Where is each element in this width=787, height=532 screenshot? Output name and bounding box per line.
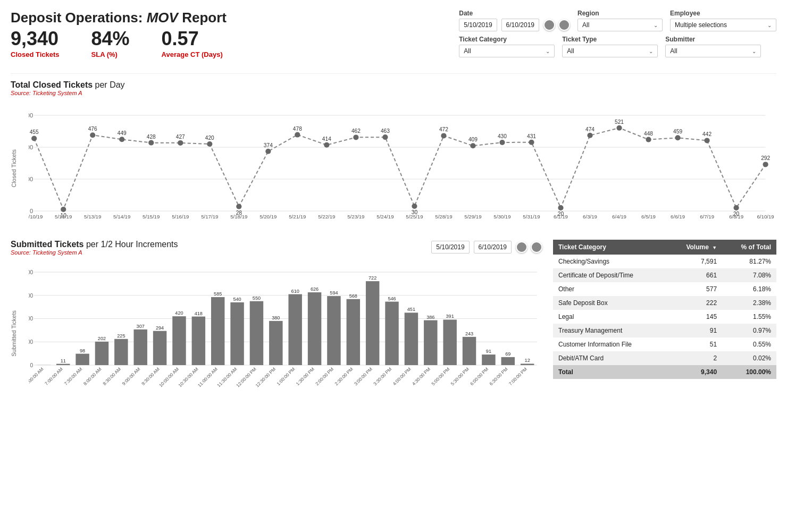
svg-rect-161 [463,337,476,365]
cell-total-pct: 100.00% [722,365,776,379]
svg-text:6/6/19: 6/6/19 [671,214,685,219]
svg-text:3:30:00 PM: 3:30:00 PM [372,366,392,386]
col-header-pct[interactable]: % of Total [722,240,776,255]
svg-rect-149 [385,302,398,365]
line-chart-section: Total Closed Tickets per Day Source: Tic… [11,80,776,238]
svg-point-38 [324,142,329,148]
submitter-dropdown[interactable]: All ⌄ [665,45,761,57]
svg-point-14 [90,132,95,138]
svg-text:9:00:00 AM: 9:00:00 AM [121,366,141,386]
svg-text:5/31/19: 5/31/19 [523,214,540,219]
svg-text:420: 420 [175,310,183,316]
kpi-avg-ct: 0.57 Average CT (Days) [162,29,223,58]
svg-text:600: 600 [29,112,33,119]
region-filter-label: Region [577,10,663,17]
bar-date-to[interactable]: 6/10/2019 [474,241,512,254]
svg-rect-167 [501,357,515,365]
svg-text:5/22/19: 5/22/19 [318,214,335,219]
svg-text:409: 409 [468,137,478,142]
svg-text:5/17/19: 5/17/19 [201,214,218,219]
svg-text:5/28/19: 5/28/19 [435,214,452,219]
svg-text:427: 427 [176,134,185,140]
bar-slider-left[interactable] [516,241,528,253]
svg-rect-164 [482,354,495,365]
date-to[interactable]: 6/10/2019 [501,19,539,31]
svg-text:5/30/19: 5/30/19 [493,214,510,219]
svg-text:8:30:00 AM: 8:30:00 AM [102,366,122,386]
svg-text:550: 550 [253,295,261,301]
region-chevron-icon: ⌄ [654,22,658,28]
col-header-category[interactable]: Ticket Category [553,240,667,255]
bar-chart-y-label: Submitted Tickets [11,310,17,357]
cell-volume: 222 [667,296,723,310]
svg-rect-119 [192,317,205,365]
bar-chart-section: Submitted Tickets per 1/2 Hour Increment… [11,240,542,408]
svg-text:449: 449 [118,130,127,136]
svg-text:451: 451 [407,307,415,312]
bar-chart-title: Submitted Tickets per 1/2 Hour Increment… [11,240,178,249]
date-from[interactable]: 5/10/2019 [459,19,497,31]
svg-text:474: 474 [585,126,595,132]
filter-panel: Date 5/10/2019 6/10/2019 Region [459,10,776,57]
table-row: Treasury Management 91 0.97% [553,324,776,337]
bar-slider-right[interactable] [531,241,542,253]
bar-date-from[interactable]: 5/10/2019 [431,241,469,254]
svg-text:626: 626 [311,286,319,292]
svg-text:292: 292 [761,155,770,161]
svg-text:200: 200 [29,339,34,345]
svg-text:6:00:00 PM: 6:00:00 PM [469,366,489,386]
line-chart-title: Total Closed Tickets per Day [11,80,125,89]
svg-point-44 [382,134,388,140]
cell-category: Debit/ATM Card [553,351,667,365]
svg-text:380: 380 [272,315,280,320]
svg-text:428: 428 [147,134,156,140]
ticket-category-dropdown[interactable]: All ⌄ [459,45,555,57]
svg-text:6/4/19: 6/4/19 [612,214,626,219]
table-row: Legal 145 1.55% [553,310,776,324]
table-row: Certificate of Deposit/Time 661 7.08% [553,268,776,282]
svg-text:400: 400 [29,316,34,322]
ticket-category-label: Ticket Category [459,36,555,43]
region-dropdown[interactable]: All ⌄ [577,19,663,31]
svg-text:5/20/19: 5/20/19 [259,214,277,219]
svg-point-26 [207,141,212,147]
svg-rect-170 [521,364,534,365]
date-slider-left[interactable] [543,19,555,31]
svg-text:7:30:00 AM: 7:30:00 AM [63,366,83,386]
svg-rect-113 [153,331,166,365]
svg-rect-140 [327,296,340,365]
employee-dropdown[interactable]: Multiple selections ⌄ [670,19,776,31]
date-slider-right[interactable] [558,19,570,31]
svg-point-80 [734,205,739,210]
svg-text:374: 374 [264,142,273,148]
svg-rect-155 [424,320,437,365]
cell-total-volume: 9,340 [667,365,723,379]
svg-text:400: 400 [29,144,33,150]
svg-rect-137 [308,292,321,365]
svg-rect-110 [133,330,147,365]
svg-point-29 [236,204,241,209]
cell-volume: 51 [667,337,723,351]
cell-volume: 2 [667,351,723,365]
svg-text:12:00:00 PM: 12:00:00 PM [235,366,257,388]
svg-text:6/1/19: 6/1/19 [554,214,568,219]
cell-volume: 661 [667,268,723,282]
cell-category: Safe Deposit Box [553,296,667,310]
table-row: Checking/Savings 7,591 81.27% [553,255,776,268]
cell-category: Customer Information File [553,337,667,351]
svg-rect-101 [76,354,89,365]
svg-text:722: 722 [369,275,376,281]
ticket-type-dropdown[interactable]: All ⌄ [562,45,658,57]
svg-rect-134 [288,294,302,365]
svg-text:6/5/19: 6/5/19 [641,214,656,219]
svg-text:600: 600 [29,293,34,299]
col-header-volume[interactable]: Volume ▼ [667,240,723,255]
cell-volume: 577 [667,282,723,296]
svg-point-35 [295,132,300,138]
table-row: Debit/ATM Card 2 0.02% [553,351,776,365]
submitter-chevron-icon: ⌄ [752,48,756,54]
svg-point-74 [675,135,680,140]
table-total-row: Total 9,340 100.00% [553,365,776,379]
svg-point-23 [178,140,183,146]
employee-filter-label: Employee [670,10,776,17]
